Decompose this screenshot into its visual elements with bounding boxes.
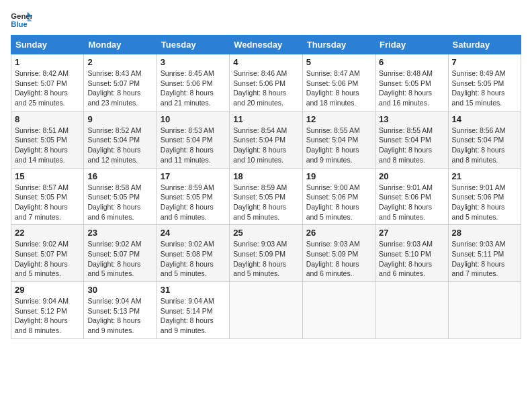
day-number: 16: [87, 171, 152, 181]
day-detail: Sunrise: 9:02 AMSunset: 5:08 PMDaylight:…: [161, 240, 214, 277]
day-detail: Sunrise: 8:57 AMSunset: 5:05 PMDaylight:…: [15, 183, 69, 221]
day-number: 4: [233, 57, 298, 67]
weekday-header: Tuesday: [157, 36, 229, 54]
day-detail: Sunrise: 8:58 AMSunset: 5:05 PMDaylight:…: [87, 183, 141, 221]
calendar-week-row: 29 Sunrise: 9:04 AMSunset: 5:12 PMDaylig…: [11, 282, 521, 339]
day-number: 19: [306, 171, 371, 181]
calendar-week-row: 15 Sunrise: 8:57 AMSunset: 5:05 PMDaylig…: [11, 168, 521, 225]
calendar-cell: 14 Sunrise: 8:56 AMSunset: 5:04 PMDaylig…: [448, 111, 521, 168]
calendar-week-row: 22 Sunrise: 9:02 AMSunset: 5:07 PMDaylig…: [11, 225, 521, 282]
day-number: 8: [15, 114, 80, 124]
day-detail: Sunrise: 9:03 AMSunset: 5:10 PMDaylight:…: [379, 240, 433, 277]
day-detail: Sunrise: 8:55 AMSunset: 5:04 PMDaylight:…: [379, 126, 433, 164]
day-number: 27: [379, 228, 444, 238]
day-detail: Sunrise: 9:00 AMSunset: 5:06 PMDaylight:…: [306, 183, 360, 221]
calendar-cell: 29 Sunrise: 9:04 AMSunset: 5:12 PMDaylig…: [11, 282, 84, 339]
day-number: 9: [87, 114, 152, 124]
calendar-cell: 3 Sunrise: 8:45 AMSunset: 5:06 PMDayligh…: [157, 54, 229, 111]
day-number: 5: [306, 57, 371, 67]
calendar-cell: 2 Sunrise: 8:43 AMSunset: 5:07 PMDayligh…: [84, 54, 157, 111]
calendar-cell: 28 Sunrise: 9:03 AMSunset: 5:11 PMDaylig…: [448, 225, 521, 282]
calendar-cell: 20 Sunrise: 9:01 AMSunset: 5:06 PMDaylig…: [375, 168, 448, 225]
calendar-cell: 7 Sunrise: 8:49 AMSunset: 5:05 PMDayligh…: [448, 54, 521, 111]
calendar-cell: 11 Sunrise: 8:54 AMSunset: 5:04 PMDaylig…: [230, 111, 302, 168]
calendar-cell: 18 Sunrise: 8:59 AMSunset: 5:05 PMDaylig…: [230, 168, 302, 225]
day-number: 17: [161, 171, 226, 181]
day-number: 10: [161, 114, 226, 124]
logo-icon: General Blue: [11, 11, 32, 30]
day-detail: Sunrise: 8:48 AMSunset: 5:05 PMDaylight:…: [379, 69, 433, 107]
weekday-header: Sunday: [11, 36, 84, 54]
day-number: 13: [379, 114, 444, 124]
day-number: 31: [161, 285, 226, 295]
day-detail: Sunrise: 8:43 AMSunset: 5:07 PMDaylight:…: [87, 69, 141, 107]
day-detail: Sunrise: 8:55 AMSunset: 5:04 PMDaylight:…: [306, 126, 360, 164]
day-detail: Sunrise: 8:59 AMSunset: 5:05 PMDaylight:…: [233, 183, 287, 221]
day-detail: Sunrise: 9:04 AMSunset: 5:13 PMDaylight:…: [87, 297, 141, 334]
calendar-cell: 22 Sunrise: 9:02 AMSunset: 5:07 PMDaylig…: [11, 225, 84, 282]
day-detail: Sunrise: 8:53 AMSunset: 5:04 PMDaylight:…: [161, 126, 214, 164]
calendar-cell: 25 Sunrise: 9:03 AMSunset: 5:09 PMDaylig…: [230, 225, 302, 282]
day-number: 22: [15, 228, 80, 238]
calendar-cell: 9 Sunrise: 8:52 AMSunset: 5:04 PMDayligh…: [84, 111, 157, 168]
logo: General Blue: [11, 11, 32, 30]
calendar-cell: 13 Sunrise: 8:55 AMSunset: 5:04 PMDaylig…: [375, 111, 448, 168]
weekday-header: Wednesday: [230, 36, 302, 54]
weekday-header: Thursday: [302, 36, 375, 54]
day-detail: Sunrise: 8:59 AMSunset: 5:05 PMDaylight:…: [161, 183, 214, 221]
calendar-header-row: SundayMondayTuesdayWednesdayThursdayFrid…: [11, 36, 521, 54]
calendar-cell: [375, 282, 448, 339]
day-detail: Sunrise: 8:56 AMSunset: 5:04 PMDaylight:…: [452, 126, 506, 164]
day-number: 6: [379, 57, 444, 67]
calendar-cell: [230, 282, 302, 339]
calendar-cell: 21 Sunrise: 9:01 AMSunset: 5:06 PMDaylig…: [448, 168, 521, 225]
calendar-cell: 31 Sunrise: 9:04 AMSunset: 5:14 PMDaylig…: [157, 282, 229, 339]
calendar-cell: 6 Sunrise: 8:48 AMSunset: 5:05 PMDayligh…: [375, 54, 448, 111]
calendar-cell: 23 Sunrise: 9:02 AMSunset: 5:07 PMDaylig…: [84, 225, 157, 282]
day-detail: Sunrise: 8:54 AMSunset: 5:04 PMDaylight:…: [233, 126, 287, 164]
weekday-header: Saturday: [448, 36, 521, 54]
day-number: 24: [161, 228, 226, 238]
day-detail: Sunrise: 8:49 AMSunset: 5:05 PMDaylight:…: [452, 69, 506, 107]
weekday-header: Monday: [84, 36, 157, 54]
calendar-table: SundayMondayTuesdayWednesdayThursdayFrid…: [11, 35, 521, 339]
day-number: 12: [306, 114, 371, 124]
calendar-cell: 5 Sunrise: 8:47 AMSunset: 5:06 PMDayligh…: [302, 54, 375, 111]
day-number: 1: [15, 57, 80, 67]
day-number: 21: [452, 171, 517, 181]
day-number: 15: [15, 171, 80, 181]
day-number: 7: [452, 57, 517, 67]
calendar-cell: 15 Sunrise: 8:57 AMSunset: 5:05 PMDaylig…: [11, 168, 84, 225]
day-number: 3: [161, 57, 226, 67]
day-detail: Sunrise: 8:52 AMSunset: 5:04 PMDaylight:…: [87, 126, 141, 164]
calendar-cell: 1 Sunrise: 8:42 AMSunset: 5:07 PMDayligh…: [11, 54, 84, 111]
day-number: 23: [87, 228, 152, 238]
calendar-cell: [302, 282, 375, 339]
day-detail: Sunrise: 9:01 AMSunset: 5:06 PMDaylight:…: [452, 183, 506, 221]
calendar-cell: [448, 282, 521, 339]
day-detail: Sunrise: 9:01 AMSunset: 5:06 PMDaylight:…: [379, 183, 433, 221]
svg-text:Blue: Blue: [11, 20, 28, 28]
day-number: 2: [87, 57, 152, 67]
day-detail: Sunrise: 9:02 AMSunset: 5:07 PMDaylight:…: [15, 240, 69, 277]
calendar-cell: 30 Sunrise: 9:04 AMSunset: 5:13 PMDaylig…: [84, 282, 157, 339]
day-number: 25: [233, 228, 298, 238]
day-number: 28: [452, 228, 517, 238]
calendar-cell: 19 Sunrise: 9:00 AMSunset: 5:06 PMDaylig…: [302, 168, 375, 225]
calendar-cell: 4 Sunrise: 8:46 AMSunset: 5:06 PMDayligh…: [230, 54, 302, 111]
calendar-cell: 27 Sunrise: 9:03 AMSunset: 5:10 PMDaylig…: [375, 225, 448, 282]
calendar-cell: 17 Sunrise: 8:59 AMSunset: 5:05 PMDaylig…: [157, 168, 229, 225]
day-detail: Sunrise: 8:42 AMSunset: 5:07 PMDaylight:…: [15, 69, 69, 107]
calendar-week-row: 1 Sunrise: 8:42 AMSunset: 5:07 PMDayligh…: [11, 54, 521, 111]
day-number: 26: [306, 228, 371, 238]
day-detail: Sunrise: 8:47 AMSunset: 5:06 PMDaylight:…: [306, 69, 360, 107]
calendar-week-row: 8 Sunrise: 8:51 AMSunset: 5:05 PMDayligh…: [11, 111, 521, 168]
day-number: 18: [233, 171, 298, 181]
day-detail: Sunrise: 9:03 AMSunset: 5:09 PMDaylight:…: [233, 240, 287, 277]
day-number: 29: [15, 285, 80, 295]
calendar-cell: 8 Sunrise: 8:51 AMSunset: 5:05 PMDayligh…: [11, 111, 84, 168]
calendar-cell: 12 Sunrise: 8:55 AMSunset: 5:04 PMDaylig…: [302, 111, 375, 168]
calendar-cell: 24 Sunrise: 9:02 AMSunset: 5:08 PMDaylig…: [157, 225, 229, 282]
day-number: 20: [379, 171, 444, 181]
weekday-header: Friday: [375, 36, 448, 54]
